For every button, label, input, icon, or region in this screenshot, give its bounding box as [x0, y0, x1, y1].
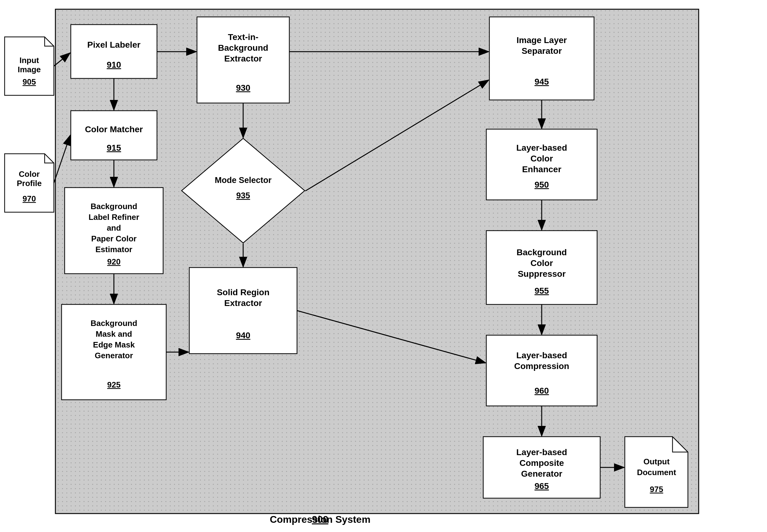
output-doc-l2: Document: [637, 468, 676, 477]
layer-compress-l2: Compression: [514, 361, 569, 371]
image-layer-sep-box: [489, 17, 594, 100]
text-bg-l2: Background: [218, 43, 268, 53]
layer-composite-l2: Composite: [519, 458, 564, 468]
main-svg: Input Image 905 Color Profile 970 Pixel …: [0, 0, 767, 532]
color-profile-label2: Profile: [17, 179, 42, 188]
output-doc: Output Document 975: [625, 437, 688, 507]
bg-label-refiner-l1: Background: [90, 202, 137, 211]
color-profile-doc: Color Profile 970: [5, 154, 54, 212]
solid-region-l1: Solid Region: [217, 288, 269, 297]
bg-label-refiner-id: 920: [107, 257, 120, 266]
pixel-labeler-box: [71, 25, 157, 78]
layer-composite-l1: Layer-based: [516, 447, 567, 457]
bg-mask-l1: Background: [90, 319, 137, 328]
bg-mask-l3: Edge Mask: [93, 340, 135, 349]
bg-mask-l4: Generator: [95, 351, 133, 360]
output-doc-id: 975: [650, 485, 663, 494]
color-profile-label: Color: [19, 169, 40, 179]
diagram-container: Input Image 905 Color Profile 970 Pixel …: [0, 0, 767, 532]
bg-label-refiner-l2: Label Refiner: [89, 212, 139, 222]
bg-color-sup-l1: Background: [516, 248, 566, 257]
color-profile-id: 970: [22, 194, 36, 203]
bg-color-sup-id: 955: [534, 286, 549, 296]
layer-compress-id: 960: [534, 386, 549, 395]
color-matcher-id: 915: [107, 143, 121, 153]
pixel-labeler-id: 910: [107, 60, 121, 69]
bg-color-sup-l2: Color: [530, 258, 553, 268]
image-layer-sep-l1: Image Layer: [516, 35, 567, 45]
mode-selector-l1: Mode Selector: [215, 176, 272, 185]
solid-region-id: 940: [236, 331, 251, 340]
text-bg-l3: Extractor: [225, 54, 262, 63]
bg-mask-id: 925: [107, 380, 120, 389]
layer-color-l3: Enhancer: [522, 165, 561, 174]
pixel-labeler-label: Pixel Labeler: [87, 40, 141, 50]
layer-color-l1: Layer-based: [516, 143, 567, 153]
layer-color-l2: Color: [530, 154, 553, 163]
solid-region-l2: Extractor: [225, 298, 262, 308]
system-title-underline: 900: [312, 514, 328, 525]
bg-color-sup-l3: Suppressor: [518, 269, 566, 279]
color-matcher-label: Color Matcher: [85, 125, 143, 134]
input-image-doc: Input Image 905: [5, 37, 54, 95]
input-image-label2: Image: [18, 65, 41, 74]
input-image-id: 905: [22, 77, 36, 86]
layer-compress-l1: Layer-based: [516, 351, 567, 360]
text-bg-l1: Text-in-: [228, 32, 258, 42]
bg-mask-l2: Mask and: [96, 329, 132, 339]
layer-composite-id: 965: [534, 481, 549, 491]
bg-label-refiner-l5: Estimator: [95, 245, 132, 254]
image-layer-sep-l2: Separator: [522, 46, 562, 56]
output-doc-l1: Output: [643, 457, 670, 466]
text-bg-id: 930: [236, 83, 251, 93]
solid-region-box: [189, 268, 297, 354]
color-matcher-box: [71, 111, 157, 160]
input-image-label: Input: [19, 56, 39, 65]
layer-color-id: 950: [534, 180, 549, 189]
image-layer-sep-id: 945: [534, 77, 549, 86]
layer-composite-l3: Generator: [521, 469, 562, 478]
bg-label-refiner-l4: Paper Color: [91, 234, 136, 243]
mode-selector-id: 935: [236, 191, 250, 200]
bg-label-refiner-l3: and: [107, 223, 121, 232]
